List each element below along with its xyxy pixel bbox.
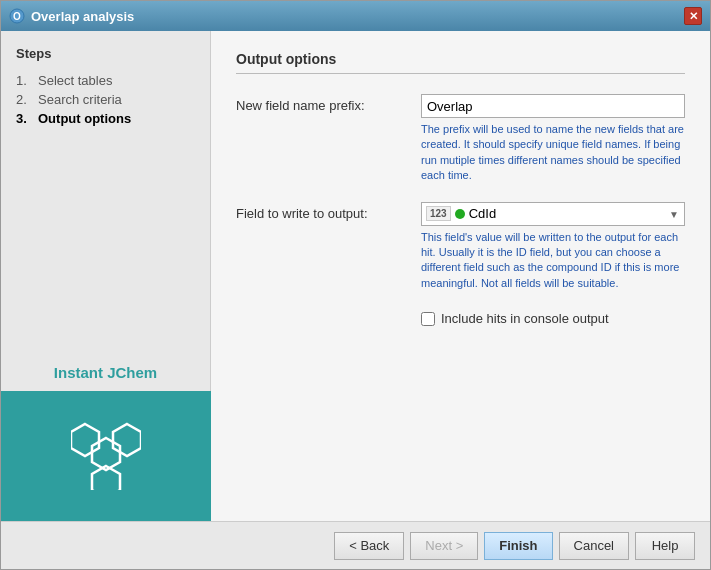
sidebar: Steps 1. Select tables 2. Search criteri… — [1, 31, 211, 521]
dialog-title: Overlap analysis — [31, 9, 134, 24]
step-2-label: Search criteria — [38, 92, 122, 107]
steps-list: 1. Select tables 2. Search criteria 3. O… — [16, 71, 195, 128]
svg-marker-4 — [113, 424, 141, 456]
section-title: Output options — [236, 51, 685, 74]
back-button[interactable]: < Back — [334, 532, 404, 560]
brand-area: Instant JChem — [16, 364, 195, 506]
step-3-label: Output options — [38, 111, 131, 126]
step-2-num: 2. — [16, 92, 34, 107]
field-output-row: Field to write to output: 123 CdId ▼ Thi… — [236, 202, 685, 292]
checkbox-label[interactable]: Include hits in console output — [441, 311, 609, 326]
checkbox-row: Include hits in console output — [421, 311, 685, 326]
field-prefix-hint: The prefix will be used to name the new … — [421, 122, 685, 184]
finish-button[interactable]: Finish — [484, 532, 552, 560]
content-area: Steps 1. Select tables 2. Search criteri… — [1, 31, 710, 521]
console-output-checkbox[interactable] — [421, 312, 435, 326]
field-prefix-field: The prefix will be used to name the new … — [421, 94, 685, 184]
field-output-select-container: 123 CdId ▼ — [421, 202, 685, 226]
brand-icon-container — [1, 391, 211, 521]
svg-marker-3 — [71, 424, 99, 456]
svg-text:O: O — [13, 11, 21, 22]
step-2: 2. Search criteria — [16, 90, 195, 109]
step-1: 1. Select tables — [16, 71, 195, 90]
next-button[interactable]: Next > — [410, 532, 478, 560]
dialog-icon: O — [9, 8, 25, 24]
title-bar-left: O Overlap analysis — [9, 8, 134, 24]
title-bar: O Overlap analysis ✕ — [1, 1, 710, 31]
field-prefix-row: New field name prefix: The prefix will b… — [236, 94, 685, 184]
field-output-field: 123 CdId ▼ This field's value will be wr… — [421, 202, 685, 292]
field-prefix-input[interactable] — [421, 94, 685, 118]
field-badge: 123 — [426, 206, 451, 221]
footer: < Back Next > Finish Cancel Help — [1, 521, 710, 569]
step-1-num: 1. — [16, 73, 34, 88]
help-button[interactable]: Help — [635, 532, 695, 560]
dialog-container: O Overlap analysis ✕ Steps 1. Select tab… — [0, 0, 711, 570]
field-output-select[interactable]: 123 CdId ▼ — [421, 202, 685, 226]
step-3-num: 3. — [16, 111, 34, 126]
main-content: Output options New field name prefix: Th… — [211, 31, 710, 521]
steps-title: Steps — [16, 46, 195, 61]
field-prefix-label: New field name prefix: — [236, 94, 421, 113]
brand-name: Instant JChem — [54, 364, 157, 381]
field-output-value: CdId — [469, 206, 680, 221]
step-3: 3. Output options — [16, 109, 195, 128]
cancel-button[interactable]: Cancel — [559, 532, 629, 560]
hex-icon — [71, 420, 141, 493]
step-1-label: Select tables — [38, 73, 112, 88]
close-button[interactable]: ✕ — [684, 7, 702, 25]
dropdown-arrow-icon: ▼ — [669, 208, 679, 219]
field-output-label: Field to write to output: — [236, 202, 421, 221]
green-dot-icon — [455, 209, 465, 219]
field-output-hint: This field's value will be written to th… — [421, 230, 685, 292]
